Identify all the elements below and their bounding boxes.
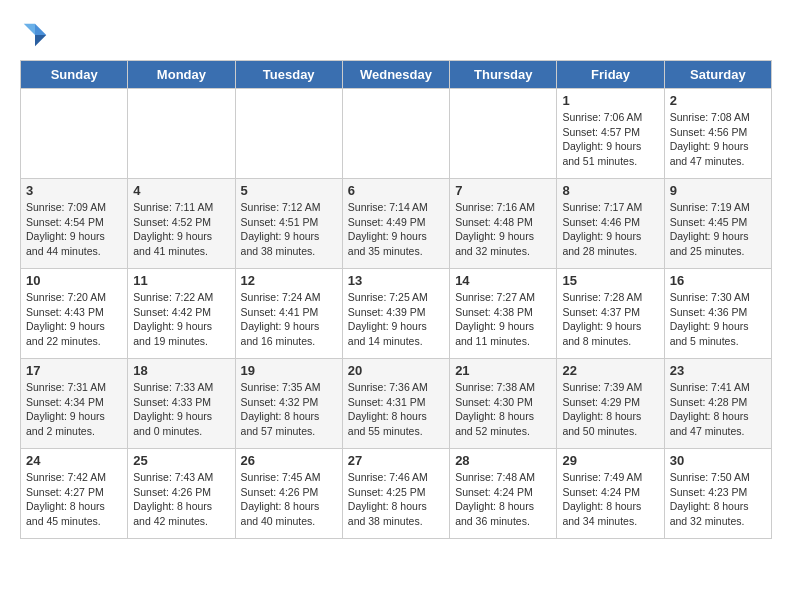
calendar-cell [21, 89, 128, 179]
calendar-cell: 25Sunrise: 7:43 AM Sunset: 4:26 PM Dayli… [128, 449, 235, 539]
day-info: Sunrise: 7:36 AM Sunset: 4:31 PM Dayligh… [348, 380, 444, 439]
calendar-cell: 30Sunrise: 7:50 AM Sunset: 4:23 PM Dayli… [664, 449, 771, 539]
day-number: 26 [241, 453, 337, 468]
day-number: 15 [562, 273, 658, 288]
calendar-header-friday: Friday [557, 61, 664, 89]
day-number: 19 [241, 363, 337, 378]
calendar-cell: 14Sunrise: 7:27 AM Sunset: 4:38 PM Dayli… [450, 269, 557, 359]
calendar-cell: 5Sunrise: 7:12 AM Sunset: 4:51 PM Daylig… [235, 179, 342, 269]
calendar-cell [342, 89, 449, 179]
logo [20, 20, 54, 50]
calendar-cell: 12Sunrise: 7:24 AM Sunset: 4:41 PM Dayli… [235, 269, 342, 359]
day-info: Sunrise: 7:28 AM Sunset: 4:37 PM Dayligh… [562, 290, 658, 349]
day-number: 23 [670, 363, 766, 378]
calendar-cell: 10Sunrise: 7:20 AM Sunset: 4:43 PM Dayli… [21, 269, 128, 359]
calendar-header-row: SundayMondayTuesdayWednesdayThursdayFrid… [21, 61, 772, 89]
calendar-cell: 11Sunrise: 7:22 AM Sunset: 4:42 PM Dayli… [128, 269, 235, 359]
calendar-cell [235, 89, 342, 179]
calendar-week-row: 24Sunrise: 7:42 AM Sunset: 4:27 PM Dayli… [21, 449, 772, 539]
day-number: 13 [348, 273, 444, 288]
calendar-cell: 23Sunrise: 7:41 AM Sunset: 4:28 PM Dayli… [664, 359, 771, 449]
svg-marker-0 [35, 24, 46, 35]
day-info: Sunrise: 7:09 AM Sunset: 4:54 PM Dayligh… [26, 200, 122, 259]
calendar-header-thursday: Thursday [450, 61, 557, 89]
day-number: 11 [133, 273, 229, 288]
calendar-cell [450, 89, 557, 179]
calendar-cell: 3Sunrise: 7:09 AM Sunset: 4:54 PM Daylig… [21, 179, 128, 269]
calendar-cell: 29Sunrise: 7:49 AM Sunset: 4:24 PM Dayli… [557, 449, 664, 539]
day-number: 12 [241, 273, 337, 288]
day-number: 1 [562, 93, 658, 108]
day-info: Sunrise: 7:08 AM Sunset: 4:56 PM Dayligh… [670, 110, 766, 169]
day-number: 9 [670, 183, 766, 198]
day-number: 25 [133, 453, 229, 468]
calendar-cell: 1Sunrise: 7:06 AM Sunset: 4:57 PM Daylig… [557, 89, 664, 179]
day-info: Sunrise: 7:19 AM Sunset: 4:45 PM Dayligh… [670, 200, 766, 259]
page-header [20, 20, 772, 50]
day-info: Sunrise: 7:41 AM Sunset: 4:28 PM Dayligh… [670, 380, 766, 439]
day-info: Sunrise: 7:35 AM Sunset: 4:32 PM Dayligh… [241, 380, 337, 439]
calendar-cell: 20Sunrise: 7:36 AM Sunset: 4:31 PM Dayli… [342, 359, 449, 449]
day-number: 6 [348, 183, 444, 198]
calendar-cell: 22Sunrise: 7:39 AM Sunset: 4:29 PM Dayli… [557, 359, 664, 449]
calendar-header-saturday: Saturday [664, 61, 771, 89]
calendar-header-sunday: Sunday [21, 61, 128, 89]
day-info: Sunrise: 7:42 AM Sunset: 4:27 PM Dayligh… [26, 470, 122, 529]
day-info: Sunrise: 7:49 AM Sunset: 4:24 PM Dayligh… [562, 470, 658, 529]
calendar-cell: 16Sunrise: 7:30 AM Sunset: 4:36 PM Dayli… [664, 269, 771, 359]
day-number: 22 [562, 363, 658, 378]
calendar-header-monday: Monday [128, 61, 235, 89]
svg-marker-1 [35, 35, 46, 46]
day-number: 8 [562, 183, 658, 198]
calendar-header-wednesday: Wednesday [342, 61, 449, 89]
day-info: Sunrise: 7:45 AM Sunset: 4:26 PM Dayligh… [241, 470, 337, 529]
calendar-cell: 27Sunrise: 7:46 AM Sunset: 4:25 PM Dayli… [342, 449, 449, 539]
svg-marker-2 [24, 24, 35, 35]
day-info: Sunrise: 7:30 AM Sunset: 4:36 PM Dayligh… [670, 290, 766, 349]
calendar-cell: 6Sunrise: 7:14 AM Sunset: 4:49 PM Daylig… [342, 179, 449, 269]
calendar-cell: 19Sunrise: 7:35 AM Sunset: 4:32 PM Dayli… [235, 359, 342, 449]
day-info: Sunrise: 7:38 AM Sunset: 4:30 PM Dayligh… [455, 380, 551, 439]
day-number: 17 [26, 363, 122, 378]
day-info: Sunrise: 7:27 AM Sunset: 4:38 PM Dayligh… [455, 290, 551, 349]
day-number: 3 [26, 183, 122, 198]
day-info: Sunrise: 7:48 AM Sunset: 4:24 PM Dayligh… [455, 470, 551, 529]
day-number: 21 [455, 363, 551, 378]
day-number: 5 [241, 183, 337, 198]
day-info: Sunrise: 7:17 AM Sunset: 4:46 PM Dayligh… [562, 200, 658, 259]
day-info: Sunrise: 7:06 AM Sunset: 4:57 PM Dayligh… [562, 110, 658, 169]
calendar-cell: 9Sunrise: 7:19 AM Sunset: 4:45 PM Daylig… [664, 179, 771, 269]
day-number: 30 [670, 453, 766, 468]
calendar-cell: 26Sunrise: 7:45 AM Sunset: 4:26 PM Dayli… [235, 449, 342, 539]
logo-icon [20, 20, 50, 50]
calendar-cell: 28Sunrise: 7:48 AM Sunset: 4:24 PM Dayli… [450, 449, 557, 539]
day-number: 10 [26, 273, 122, 288]
day-info: Sunrise: 7:25 AM Sunset: 4:39 PM Dayligh… [348, 290, 444, 349]
calendar-cell: 2Sunrise: 7:08 AM Sunset: 4:56 PM Daylig… [664, 89, 771, 179]
day-info: Sunrise: 7:31 AM Sunset: 4:34 PM Dayligh… [26, 380, 122, 439]
calendar-cell [128, 89, 235, 179]
calendar-week-row: 17Sunrise: 7:31 AM Sunset: 4:34 PM Dayli… [21, 359, 772, 449]
calendar-table: SundayMondayTuesdayWednesdayThursdayFrid… [20, 60, 772, 539]
day-number: 16 [670, 273, 766, 288]
day-info: Sunrise: 7:14 AM Sunset: 4:49 PM Dayligh… [348, 200, 444, 259]
calendar-cell: 18Sunrise: 7:33 AM Sunset: 4:33 PM Dayli… [128, 359, 235, 449]
calendar-header-tuesday: Tuesday [235, 61, 342, 89]
calendar-week-row: 3Sunrise: 7:09 AM Sunset: 4:54 PM Daylig… [21, 179, 772, 269]
calendar-week-row: 10Sunrise: 7:20 AM Sunset: 4:43 PM Dayli… [21, 269, 772, 359]
day-info: Sunrise: 7:22 AM Sunset: 4:42 PM Dayligh… [133, 290, 229, 349]
calendar-cell: 24Sunrise: 7:42 AM Sunset: 4:27 PM Dayli… [21, 449, 128, 539]
day-info: Sunrise: 7:46 AM Sunset: 4:25 PM Dayligh… [348, 470, 444, 529]
day-info: Sunrise: 7:39 AM Sunset: 4:29 PM Dayligh… [562, 380, 658, 439]
day-info: Sunrise: 7:24 AM Sunset: 4:41 PM Dayligh… [241, 290, 337, 349]
day-info: Sunrise: 7:50 AM Sunset: 4:23 PM Dayligh… [670, 470, 766, 529]
day-number: 28 [455, 453, 551, 468]
day-info: Sunrise: 7:16 AM Sunset: 4:48 PM Dayligh… [455, 200, 551, 259]
calendar-cell: 15Sunrise: 7:28 AM Sunset: 4:37 PM Dayli… [557, 269, 664, 359]
day-number: 14 [455, 273, 551, 288]
day-info: Sunrise: 7:11 AM Sunset: 4:52 PM Dayligh… [133, 200, 229, 259]
day-number: 2 [670, 93, 766, 108]
day-info: Sunrise: 7:33 AM Sunset: 4:33 PM Dayligh… [133, 380, 229, 439]
day-number: 27 [348, 453, 444, 468]
day-info: Sunrise: 7:43 AM Sunset: 4:26 PM Dayligh… [133, 470, 229, 529]
